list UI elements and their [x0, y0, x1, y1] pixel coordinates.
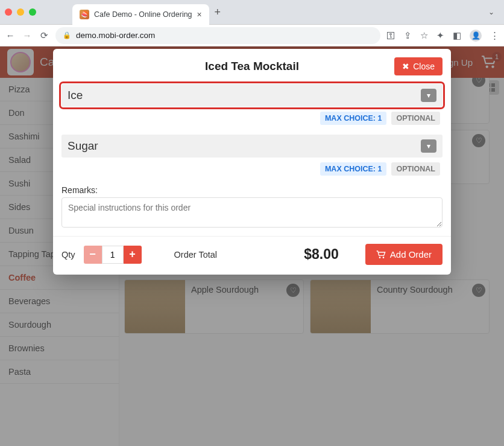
option-badges: MAX CHOICE: 1 OPTIONAL — [61, 107, 443, 130]
modal-footer: Qty − + Order Total $8.00 Add Order — [53, 236, 451, 275]
toolbar-right: ⚿ ⇪ ☆ ✦ ◧ 👤 ⋮ — [386, 30, 499, 42]
window-minimize-dot[interactable] — [17, 8, 24, 16]
expand-button[interactable]: ▾ — [421, 89, 436, 102]
modal-body: Ice ▾ MAX CHOICE: 1 OPTIONAL Sugar ▾ MAX… — [53, 81, 451, 236]
share-icon[interactable]: ⇪ — [404, 30, 412, 41]
tab-overflow-icon[interactable]: ⌄ — [484, 8, 499, 16]
modal-overlay[interactable]: Iced Tea Mocktail ✖ Close Ice ▾ MAX CHOI… — [0, 46, 504, 446]
qty-decrement-button[interactable]: − — [84, 246, 102, 264]
modal-title: Iced Tea Mocktail — [205, 60, 299, 72]
url-text: demo.mobi-order.com — [76, 31, 155, 40]
favicon-icon: 🍣 — [80, 10, 89, 19]
profile-avatar-icon[interactable]: 👤 — [470, 30, 482, 42]
browser-tab[interactable]: 🍣 Cafe Demo - Online Ordering × — [72, 4, 209, 25]
reload-icon[interactable]: ⟳ — [39, 30, 49, 41]
window-close-dot[interactable] — [5, 8, 12, 16]
remarks-input[interactable] — [61, 197, 443, 228]
close-tab-icon[interactable]: × — [197, 10, 202, 19]
cart-icon — [376, 250, 386, 259]
option-header[interactable]: Sugar ▾ — [61, 135, 443, 158]
back-icon[interactable]: ← — [5, 30, 16, 40]
window-controls — [5, 8, 36, 16]
address-bar[interactable]: 🔒 demo.mobi-order.com — [55, 27, 380, 44]
extensions-icon[interactable]: ✦ — [436, 30, 444, 41]
lock-icon: 🔒 — [63, 31, 71, 39]
order-total-value: $8.00 — [304, 246, 339, 263]
close-icon: ✖ — [402, 62, 409, 71]
order-total-label: Order Total — [174, 250, 217, 260]
browser-tab-strip: 🍣 Cafe Demo - Online Ordering × + ⌄ — [0, 0, 504, 25]
close-label: Close — [413, 62, 435, 71]
chevron-down-icon: ▾ — [427, 142, 430, 150]
forward-icon: → — [22, 30, 33, 40]
option-badges: MAX CHOICE: 1 OPTIONAL — [61, 158, 443, 180]
option-title: Sugar — [68, 139, 98, 153]
kebab-menu-icon[interactable]: ⋮ — [490, 30, 499, 41]
tab-title: Cafe Demo - Online Ordering — [94, 10, 192, 19]
add-order-label: Add Order — [390, 249, 432, 260]
max-choice-badge: MAX CHOICE: 1 — [320, 162, 386, 176]
modal-close-button[interactable]: ✖ Close — [394, 57, 443, 75]
option-title: Ice — [68, 89, 83, 102]
svg-point-13 — [382, 256, 384, 258]
qty-stepper: − + — [84, 246, 142, 264]
qty-label: Qty — [61, 250, 75, 260]
option-group-sugar: Sugar ▾ MAX CHOICE: 1 OPTIONAL — [61, 135, 443, 180]
browser-toolbar: ← → ⟳ 🔒 demo.mobi-order.com ⚿ ⇪ ☆ ✦ ◧ 👤 … — [0, 25, 504, 46]
expand-button[interactable]: ▾ — [421, 139, 436, 153]
key-icon[interactable]: ⚿ — [386, 30, 395, 40]
new-tab-button[interactable]: + — [209, 6, 226, 19]
star-icon[interactable]: ☆ — [420, 30, 428, 41]
panel-icon[interactable]: ◧ — [453, 30, 461, 41]
option-header[interactable]: Ice ▾ — [61, 84, 443, 107]
product-options-modal: Iced Tea Mocktail ✖ Close Ice ▾ MAX CHOI… — [53, 49, 451, 275]
qty-input[interactable] — [102, 246, 124, 264]
window-zoom-dot[interactable] — [29, 8, 36, 16]
svg-point-12 — [379, 256, 380, 258]
add-order-button[interactable]: Add Order — [365, 244, 443, 265]
qty-increment-button[interactable]: + — [124, 246, 142, 264]
optional-badge: OPTIONAL — [391, 162, 440, 176]
option-group-ice: Ice ▾ MAX CHOICE: 1 OPTIONAL — [61, 84, 443, 130]
optional-badge: OPTIONAL — [391, 112, 440, 125]
chevron-down-icon: ▾ — [427, 91, 430, 100]
modal-header: Iced Tea Mocktail ✖ Close — [53, 49, 451, 81]
max-choice-badge: MAX CHOICE: 1 — [320, 112, 386, 125]
remarks-label: Remarks: — [61, 185, 443, 195]
